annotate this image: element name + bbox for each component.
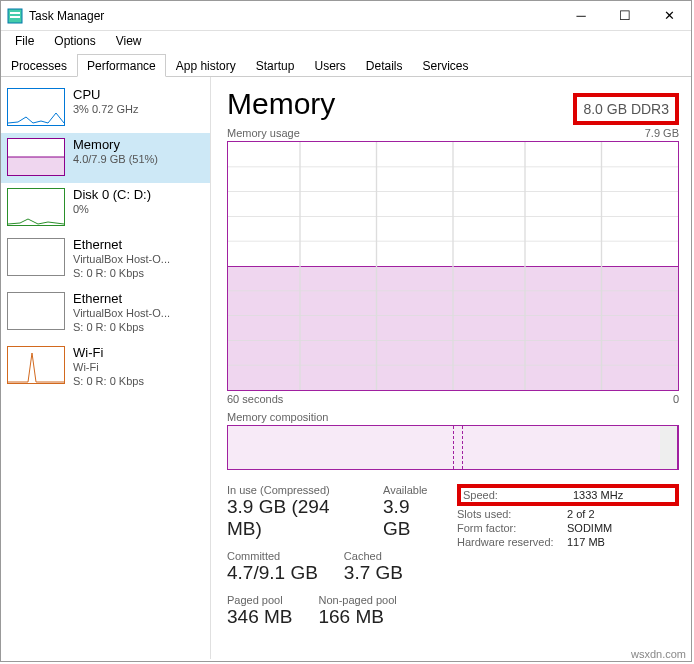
paged-label: Paged pool [227, 594, 292, 606]
eth-thumb-2 [7, 292, 65, 330]
cpu-thumb [7, 88, 65, 126]
sidebar-eth1-sub1: VirtualBox Host-O... [73, 252, 170, 266]
highlight-capacity: 8.0 GB DDR3 [573, 93, 679, 125]
window-title: Task Manager [29, 9, 559, 23]
tab-processes[interactable]: Processes [1, 54, 77, 77]
stats-area: In use (Compressed) 3.9 GB (294 MB) Avai… [227, 484, 679, 638]
tab-services[interactable]: Services [413, 54, 479, 77]
hw-val: 117 MB [567, 536, 605, 548]
speed-key: Speed: [463, 489, 573, 501]
sidebar-wifi-sub2: S: 0 R: 0 Kbps [73, 374, 144, 388]
tab-app-history[interactable]: App history [166, 54, 246, 77]
content-body: CPU 3% 0.72 GHz Memory 4.0/7.9 GB (51%) [1, 77, 691, 659]
sidebar: CPU 3% 0.72 GHz Memory 4.0/7.9 GB (51%) [1, 77, 211, 659]
sidebar-item-ethernet-1[interactable]: Ethernet VirtualBox Host-O... S: 0 R: 0 … [1, 233, 210, 287]
usage-max: 7.9 GB [645, 127, 679, 139]
commit-value: 4.7/9.1 GB [227, 562, 318, 584]
window-controls: ─ ☐ ✕ [559, 2, 691, 30]
maximize-button[interactable]: ☐ [603, 2, 647, 30]
nonpaged-value: 166 MB [318, 606, 396, 628]
sidebar-memory-title: Memory [73, 138, 158, 152]
svg-rect-1 [10, 12, 20, 14]
sidebar-item-wifi[interactable]: Wi-Fi Wi-Fi S: 0 R: 0 Kbps [1, 341, 210, 395]
form-key: Form factor: [457, 522, 567, 534]
tab-strip: Processes Performance App history Startu… [1, 53, 691, 77]
form-val: SODIMM [567, 522, 612, 534]
sidebar-cpu-sub: 3% 0.72 GHz [73, 102, 138, 116]
sidebar-memory-sub: 4.0/7.9 GB (51%) [73, 152, 158, 166]
sidebar-eth1-title: Ethernet [73, 238, 170, 252]
sidebar-cpu-title: CPU [73, 88, 138, 102]
sidebar-eth2-sub1: VirtualBox Host-O... [73, 306, 170, 320]
memory-capacity: 8.0 GB DDR3 [583, 101, 669, 117]
close-button[interactable]: ✕ [647, 2, 691, 30]
watermark: wsxdn.com [631, 648, 686, 660]
usage-label: Memory usage [227, 127, 300, 139]
highlight-speed: Speed: 1333 MHz [457, 484, 679, 506]
sidebar-disk-title: Disk 0 (C: D:) [73, 188, 151, 202]
eth-thumb-1 [7, 238, 65, 276]
sidebar-item-cpu[interactable]: CPU 3% 0.72 GHz [1, 83, 210, 133]
app-icon [7, 8, 23, 24]
menu-options[interactable]: Options [44, 31, 105, 53]
composition-label: Memory composition [227, 411, 328, 423]
wifi-thumb [7, 346, 65, 384]
tab-startup[interactable]: Startup [246, 54, 305, 77]
avail-label: Available [383, 484, 437, 496]
axis-right: 0 [673, 393, 679, 405]
titlebar[interactable]: Task Manager ─ ☐ ✕ [1, 1, 691, 31]
disk-thumb [7, 188, 65, 226]
memory-composition-chart [227, 425, 679, 470]
menubar: File Options View [1, 31, 691, 53]
menu-file[interactable]: File [5, 31, 44, 53]
sidebar-wifi-title: Wi-Fi [73, 346, 144, 360]
tab-performance[interactable]: Performance [77, 54, 166, 77]
sidebar-eth2-title: Ethernet [73, 292, 170, 306]
svg-rect-2 [10, 16, 20, 18]
cached-value: 3.7 GB [344, 562, 403, 584]
tab-users[interactable]: Users [304, 54, 355, 77]
sidebar-disk-sub: 0% [73, 202, 151, 216]
inuse-label: In use (Compressed) [227, 484, 357, 496]
inuse-value: 3.9 GB (294 MB) [227, 496, 357, 540]
slots-key: Slots used: [457, 508, 567, 520]
menu-view[interactable]: View [106, 31, 152, 53]
sidebar-eth1-sub2: S: 0 R: 0 Kbps [73, 266, 170, 280]
tab-details[interactable]: Details [356, 54, 413, 77]
sidebar-item-ethernet-2[interactable]: Ethernet VirtualBox Host-O... S: 0 R: 0 … [1, 287, 210, 341]
cached-label: Cached [344, 550, 403, 562]
nonpaged-label: Non-paged pool [318, 594, 396, 606]
sidebar-eth2-sub2: S: 0 R: 0 Kbps [73, 320, 170, 334]
sidebar-item-memory[interactable]: Memory 4.0/7.9 GB (51%) [1, 133, 210, 183]
main-panel: Memory 8.0 GB DDR3 Memory usage 7.9 GB [211, 77, 691, 659]
paged-value: 346 MB [227, 606, 292, 628]
memory-usage-chart [227, 141, 679, 391]
hw-key: Hardware reserved: [457, 536, 567, 548]
sidebar-wifi-sub1: Wi-Fi [73, 360, 144, 374]
slots-val: 2 of 2 [567, 508, 595, 520]
minimize-button[interactable]: ─ [559, 2, 603, 30]
svg-rect-3 [8, 157, 64, 175]
memory-thumb [7, 138, 65, 176]
page-title: Memory [227, 87, 335, 121]
speed-val: 1333 MHz [573, 489, 623, 501]
sidebar-item-disk[interactable]: Disk 0 (C: D:) 0% [1, 183, 210, 233]
avail-value: 3.9 GB [383, 496, 437, 540]
commit-label: Committed [227, 550, 318, 562]
task-manager-window: Task Manager ─ ☐ ✕ File Options View Pro… [0, 0, 692, 662]
axis-left: 60 seconds [227, 393, 283, 405]
